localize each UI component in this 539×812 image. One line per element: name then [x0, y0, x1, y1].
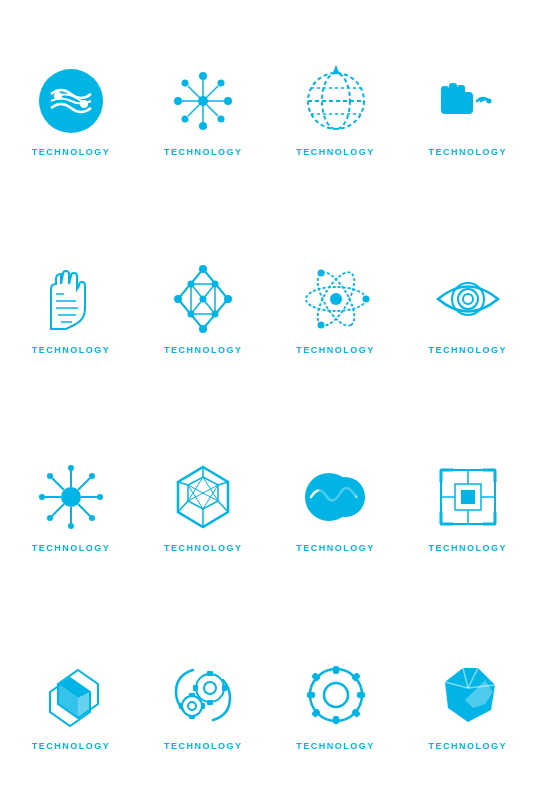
icon-cell-13: TECHNOLOGY [5, 604, 137, 802]
svg-line-83 [218, 482, 228, 485]
svg-point-129 [324, 683, 348, 707]
target-grid-icon [428, 457, 508, 537]
icon-label-12: TECHNOLOGY [429, 543, 508, 553]
icon-label-9: TECHNOLOGY [32, 543, 111, 553]
svg-point-7 [224, 97, 232, 105]
icon-label-3: TECHNOLOGY [296, 147, 375, 157]
svg-point-41 [174, 295, 182, 303]
svg-point-39 [224, 295, 232, 303]
hex-pattern-icon [163, 457, 243, 537]
gear-circle-icon [163, 655, 243, 735]
svg-line-76 [52, 504, 64, 516]
icon-cell-6: TECHNOLOGY [137, 208, 269, 406]
svg-line-18 [188, 101, 203, 116]
icon-label-11: TECHNOLOGY [296, 543, 375, 553]
svg-point-6 [174, 97, 182, 105]
svg-rect-125 [189, 715, 195, 719]
svg-point-71 [97, 494, 103, 500]
svg-rect-131 [333, 716, 339, 724]
icon-cell-7: TECHNOLOGY [270, 208, 402, 406]
icon-cell-14: TECHNOLOGY [137, 604, 269, 802]
gem-shape-icon [428, 655, 508, 735]
svg-line-87 [178, 482, 188, 485]
icon-label-14: TECHNOLOGY [164, 741, 243, 751]
svg-point-117 [204, 682, 216, 694]
icon-label-5: TECHNOLOGY [32, 345, 111, 355]
svg-rect-130 [333, 666, 339, 674]
svg-rect-126 [179, 703, 183, 709]
svg-point-58 [317, 270, 324, 277]
svg-point-75 [89, 473, 95, 479]
icon-cell-3: TECHNOLOGY [270, 10, 402, 208]
stack-3d-icon [31, 655, 111, 735]
svg-point-57 [362, 296, 369, 303]
eye-tech-icon [428, 259, 508, 339]
svg-rect-127 [201, 703, 205, 709]
icon-label-7: TECHNOLOGY [296, 345, 375, 355]
icon-label-4: TECHNOLOGY [429, 147, 508, 157]
svg-point-60 [452, 283, 484, 315]
svg-point-116 [196, 674, 224, 702]
icon-cell-9: TECHNOLOGY [5, 406, 137, 604]
icon-cell-1: TECHNOLOGY [5, 10, 137, 208]
atom-orbit-icon [296, 259, 376, 339]
svg-marker-26 [332, 66, 340, 74]
svg-rect-120 [193, 685, 198, 691]
touch-wifi-icon [428, 61, 508, 141]
svg-rect-106 [461, 490, 475, 504]
svg-point-65 [68, 465, 74, 471]
svg-point-69 [39, 494, 45, 500]
svg-line-74 [78, 478, 90, 490]
data-wave-icon [296, 457, 376, 537]
svg-point-31 [486, 99, 491, 104]
svg-rect-29 [449, 83, 457, 95]
svg-point-79 [89, 515, 95, 521]
icon-cell-15: TECHNOLOGY [270, 604, 402, 802]
svg-point-123 [188, 702, 196, 710]
grid-globe-icon [296, 61, 376, 141]
svg-point-73 [47, 473, 53, 479]
svg-rect-28 [441, 86, 449, 96]
icon-label-15: TECHNOLOGY [296, 741, 375, 751]
svg-point-10 [182, 116, 189, 123]
svg-point-62 [463, 294, 473, 304]
svg-rect-30 [457, 85, 465, 95]
icon-cell-2: TECHNOLOGY [137, 10, 269, 208]
svg-point-67 [68, 523, 74, 529]
cog-wheel-icon [296, 655, 376, 735]
icon-label-2: TECHNOLOGY [164, 147, 243, 157]
svg-point-9 [218, 80, 225, 87]
icon-label-6: TECHNOLOGY [164, 345, 243, 355]
svg-point-122 [182, 696, 202, 716]
svg-rect-119 [207, 700, 213, 705]
icon-cell-10: TECHNOLOGY [137, 406, 269, 604]
svg-rect-133 [357, 692, 365, 698]
svg-line-17 [203, 86, 218, 101]
diamond-network-icon [163, 259, 243, 339]
svg-rect-121 [222, 685, 227, 691]
svg-rect-118 [207, 671, 213, 676]
svg-line-78 [78, 504, 90, 516]
svg-point-40 [199, 325, 207, 333]
icon-grid: TECHNOLOGY [0, 0, 539, 812]
svg-point-53 [330, 293, 342, 305]
svg-point-38 [199, 265, 207, 273]
icon-cell-16: TECHNOLOGY [402, 604, 534, 802]
svg-point-61 [458, 289, 478, 309]
svg-rect-132 [307, 692, 315, 698]
node-network-icon [163, 61, 243, 141]
icon-label-10: TECHNOLOGY [164, 543, 243, 553]
network-globe-icon [31, 61, 111, 141]
svg-point-59 [317, 322, 324, 329]
svg-point-8 [182, 80, 189, 87]
svg-point-77 [47, 515, 53, 521]
icon-label-16: TECHNOLOGY [429, 741, 508, 751]
icon-label-13: TECHNOLOGY [32, 741, 111, 751]
icon-label-1: TECHNOLOGY [32, 147, 111, 157]
svg-line-86 [178, 501, 188, 512]
icon-cell-8: TECHNOLOGY [402, 208, 534, 406]
virus-node-icon [31, 457, 111, 537]
svg-line-72 [52, 478, 64, 490]
svg-point-5 [199, 122, 207, 130]
svg-line-19 [203, 101, 218, 116]
